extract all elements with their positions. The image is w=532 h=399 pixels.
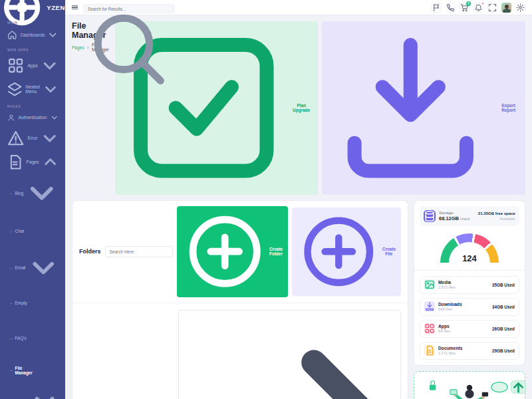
chevron-down-icon — [26, 177, 58, 209]
storage-item-name: Documents — [438, 346, 462, 350]
chevron-down-icon — [43, 154, 58, 170]
phone-icon[interactable] — [446, 3, 456, 13]
storage-gauge-value: 124 — [440, 253, 499, 263]
language-icon[interactable] — [432, 3, 442, 13]
storage-list-item[interactable]: Documents 3,271 files 29GB Used — [420, 342, 519, 360]
cart-icon[interactable]: 5 — [460, 3, 469, 13]
storage-free-space: 21.35GB free space — [478, 211, 515, 215]
sidebar-item-icon — [7, 82, 22, 96]
fullscreen-icon[interactable] — [487, 3, 497, 13]
export-report-button[interactable]: Export Report — [322, 21, 525, 195]
sidebar-subitem-label: Empty — [15, 301, 27, 305]
upgrade-card: Get More Spae Of Your files Upgrade to P… — [414, 371, 525, 399]
storage-item-icon — [424, 279, 435, 290]
brand[interactable]: YZEN — [0, 0, 65, 15]
sidebar-item-icon — [7, 154, 23, 170]
storage-item-files: 2,872 files — [438, 285, 456, 289]
sidebar-item[interactable]: Apps — [0, 53, 65, 78]
sidebar-subitem-label: FAQ's — [15, 336, 27, 340]
storage-list-item[interactable]: Apps 64 files 26GB Used — [420, 320, 519, 338]
notifications-bell-icon[interactable] — [473, 3, 483, 13]
nav-section-pages: PAGES — [0, 100, 65, 110]
storage-used: 68.12GB Used — [439, 215, 469, 221]
sidebar-item[interactable]: Dashboards — [0, 26, 65, 44]
sidebar: YZEN MAIN Dashboards WEB APPS Apps Neste… — [0, 0, 65, 399]
storage-item-files: 3,271 files — [438, 351, 462, 355]
create-folder-button[interactable]: Create Folder — [177, 206, 289, 297]
storage-item-used: 29GB Used — [492, 348, 515, 353]
settings-gear-icon[interactable] — [515, 3, 525, 13]
sidebar-item[interactable]: Error — [0, 126, 65, 150]
storage-item-icon — [424, 301, 435, 312]
sidebar-item-label: Authentication — [18, 115, 47, 120]
topbar: 5 — [65, 0, 532, 15]
sidebar-item[interactable]: Pages — [0, 150, 65, 174]
sidebar-subitem-label: Chat — [15, 229, 25, 233]
sidebar-subitem[interactable]: Blog — [0, 174, 65, 211]
sidebar-nav: MAIN Dashboards WEB APPS Apps Nested Men… — [0, 15, 65, 399]
sidebar-item-icon — [7, 130, 24, 146]
chevron-down-icon — [51, 114, 58, 121]
chevron-down-icon — [43, 82, 58, 96]
sidebar-subitem-label: Blog — [15, 191, 24, 196]
storage-list-item[interactable]: Downloads 644 files 34GB Used — [420, 298, 519, 316]
create-file-button[interactable]: Create File — [292, 207, 401, 297]
cart-badge: 5 — [466, 1, 471, 6]
pages-submenu: Blog Chat Email Empty FAQ's File Manager… — [0, 174, 65, 399]
sidebar-item-icon — [7, 57, 24, 74]
plus-circle-icon — [182, 209, 267, 294]
storage-available-label: Available — [478, 217, 515, 221]
brand-name: YZEN — [47, 4, 65, 11]
sidebar-item-label: Pages — [26, 160, 39, 164]
storage-item-name: Media — [438, 280, 456, 285]
chevron-down-icon — [48, 30, 58, 40]
quick-access-view-all-button[interactable]: View All — [178, 310, 401, 399]
sidebar-item-icon — [7, 114, 15, 121]
storage-item-used: 26GB Used — [492, 327, 515, 331]
sidebar-item[interactable]: Authentication — [0, 110, 65, 125]
storage-item-icon — [424, 323, 435, 334]
storage-item-name: Downloads — [438, 302, 462, 307]
right-column: Storage 68.12GB Used 21.35GB free space … — [414, 200, 525, 399]
sidebar-subitem[interactable]: Email — [0, 250, 65, 286]
folder-search-input[interactable] — [105, 246, 173, 257]
storage-item-used: 35GB Used — [492, 283, 515, 287]
sidebar-subitem[interactable]: FAQ's — [0, 321, 65, 356]
storage-list-item[interactable]: Media 2,872 files 35GB Used — [420, 276, 519, 294]
upgrade-illustration — [420, 377, 519, 399]
hamburger-icon[interactable] — [72, 4, 78, 11]
storage-card: Storage 68.12GB Used 21.35GB free space … — [414, 200, 525, 366]
export-icon — [327, 24, 495, 192]
sidebar-item-label: Apps — [27, 63, 38, 68]
folders-panel: Folders Create Folder Create File Quick … — [72, 200, 408, 399]
sidebar-item-label: Dashboards — [21, 33, 45, 37]
nav-section-webapps: WEB APPS — [0, 44, 65, 53]
arrow-up-icon — [511, 380, 525, 394]
chevron-down-icon — [41, 130, 58, 146]
scroll-to-top-button[interactable] — [511, 380, 526, 394]
nav-section-main: MAIN — [0, 17, 65, 26]
sidebar-subitem[interactable]: Invoice — [0, 385, 65, 399]
panel-title: Folders — [79, 248, 101, 255]
arrow-right-icon — [198, 313, 397, 399]
plus-circle-icon — [297, 210, 380, 293]
breadcrumb-parent[interactable]: Pages — [72, 45, 84, 50]
divider — [414, 270, 525, 271]
storage-item-files: 644 files — [438, 307, 462, 311]
storage-item-icon — [424, 345, 435, 356]
sidebar-subitem[interactable]: File Manager — [0, 356, 65, 385]
notification-dot — [481, 2, 485, 5]
sidebar-item-label: Nested Menu — [25, 84, 40, 94]
storage-gauge: 124 — [420, 226, 519, 265]
sidebar-subitem-label: Email — [15, 265, 26, 270]
sidebar-item[interactable]: Nested Menu — [0, 78, 65, 100]
sidebar-subitem[interactable]: Empty — [0, 286, 65, 321]
sidebar-subitem[interactable]: Chat — [0, 212, 65, 250]
user-avatar[interactable] — [501, 3, 511, 13]
sidebar-item-label: Error — [27, 136, 37, 140]
chevron-down-icon — [29, 253, 58, 282]
search-icon[interactable] — [83, 3, 172, 92]
chevron-down-icon — [41, 57, 58, 74]
storage-item-used: 34GB Used — [492, 305, 515, 309]
storage-item-files: 64 files — [438, 329, 450, 333]
